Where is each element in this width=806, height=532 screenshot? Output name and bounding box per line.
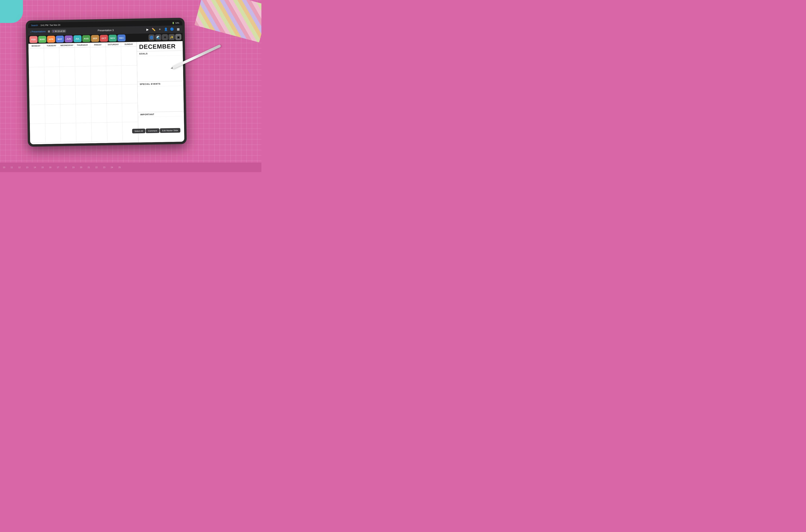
table-row[interactable] [90, 47, 106, 66]
table-row[interactable] [92, 122, 107, 142]
status-left: Search 3:41 PM Tue Nov 24 [31, 24, 60, 26]
media-icon[interactable]: ▦ [176, 27, 181, 31]
table-row[interactable] [75, 66, 91, 85]
table-row[interactable] [60, 104, 76, 124]
table-row[interactable] [44, 48, 60, 67]
battery-level: 53% [176, 22, 179, 24]
tool-icon-3[interactable]: ❄ [162, 34, 168, 40]
table-row[interactable] [45, 104, 61, 124]
slide-counter-value: 15 of 20 [57, 30, 65, 32]
table-row[interactable] [44, 67, 60, 86]
tab-sep[interactable]: SEP [91, 35, 99, 42]
day-thursday: THURSDAY [75, 43, 90, 47]
day-saturday: SATURDAY [106, 42, 121, 47]
duplicate-icon: ⧉ [55, 30, 57, 32]
toolbar-right: ▶ ✏️ + 👤 🔵 ▦ [145, 27, 181, 32]
search-label[interactable]: Search [31, 24, 38, 26]
table-row[interactable] [75, 47, 91, 66]
ipad-device: Search 3:41 PM Tue Nov 24 🔋 53% ‹ Presen… [26, 18, 187, 147]
teal-corner [0, 0, 23, 23]
table-row[interactable] [61, 123, 76, 142]
table-row[interactable] [121, 46, 137, 65]
status-date: Tue Nov 24 [49, 24, 60, 26]
pencil-icon[interactable]: ✏️ [151, 27, 156, 32]
month-tools: 🌀 🌊 ❄ ✨ ▣ [148, 34, 182, 40]
table-row[interactable] [45, 124, 61, 142]
day-tuesday: TUESDAY [44, 43, 59, 48]
special-events-section: SPECIAL EVENTS [138, 81, 184, 112]
tab-aug[interactable]: AUG [82, 35, 91, 42]
tab-mar[interactable]: MAR [38, 36, 47, 43]
play-button[interactable]: ▶ [145, 27, 150, 32]
table-row[interactable] [122, 84, 138, 103]
toolbar-center: Presentation 3 [67, 28, 144, 32]
tool-icon-1[interactable]: 🌀 [148, 34, 155, 41]
slide-counter: Y ⧉ 15 of 20 [52, 30, 66, 33]
ipad-screen: Search 3:41 PM Tue Nov 24 🔋 53% ‹ Presen… [28, 20, 184, 145]
table-row[interactable] [91, 103, 107, 123]
presentations-label: Presentations [32, 30, 46, 33]
table-row[interactable] [106, 47, 121, 66]
emoji-icon[interactable]: 🔵 [170, 27, 174, 31]
table-row[interactable] [122, 65, 137, 84]
person-icon[interactable]: 👤 [164, 27, 168, 32]
ruler-numbers: 10 11 12 13 14 15 16 17 18 19 20 21 22 2… [2, 166, 121, 169]
day-monday: MONDAY [28, 44, 44, 48]
table-row[interactable] [106, 65, 122, 85]
tool-icon-4[interactable]: ✨ [169, 34, 175, 40]
tab-may[interactable]: MAY [56, 36, 64, 43]
battery-icon: 🔋 [172, 22, 174, 24]
chevron-left-icon: ‹ [30, 30, 31, 33]
table-row[interactable] [44, 86, 60, 105]
day-wednesday: WEDNESDAY [59, 43, 75, 48]
table-row[interactable] [91, 85, 107, 104]
tab-jul[interactable]: JUL [73, 35, 82, 42]
tab-oct[interactable]: OCT [100, 35, 108, 42]
table-row[interactable] [60, 85, 76, 104]
day-sunday: SUNDAY [121, 42, 136, 46]
grid-view-icon[interactable]: ⊞ [48, 30, 50, 33]
toolbar-left: ‹ Presentations ⊞ Y ⧉ 15 of 20 [30, 30, 66, 33]
table-row[interactable] [29, 48, 44, 67]
table-row[interactable] [30, 105, 45, 124]
presentation-title: Presentation 3 [97, 29, 114, 32]
calendar-grid [29, 46, 139, 143]
important-section: IMPORTANT [138, 111, 184, 142]
tab-nov[interactable]: NOV [109, 35, 117, 42]
ruler-bottom: 10 11 12 13 14 15 16 17 18 19 20 21 22 2… [0, 163, 261, 172]
tab-jun[interactable]: JUN [65, 35, 73, 42]
table-row[interactable] [29, 67, 44, 86]
context-menu: Select All Comment Edit Master Slide [132, 128, 180, 133]
table-row[interactable] [107, 122, 123, 141]
yahoo-icon: Y [53, 30, 54, 32]
edit-master-slide-button[interactable]: Edit Master Slide [160, 128, 181, 133]
table-row[interactable] [122, 103, 138, 122]
table-row[interactable] [59, 48, 75, 67]
table-row[interactable] [76, 123, 92, 142]
goals-content[interactable] [137, 55, 183, 82]
day-friday: FRIDAY [90, 42, 106, 47]
table-row[interactable] [29, 86, 45, 105]
table-row[interactable] [106, 84, 122, 103]
add-icon[interactable]: + [158, 27, 162, 32]
table-row[interactable] [60, 66, 75, 86]
sidebar: DECEMBER GOALS SPECIAL EVENTS [136, 41, 184, 142]
tab-apr[interactable]: APR [47, 36, 55, 43]
tool-icon-2[interactable]: 🌊 [155, 34, 162, 40]
tab-feb[interactable]: FEB [30, 36, 38, 43]
table-row[interactable] [76, 104, 91, 123]
special-events-content[interactable] [138, 86, 184, 112]
presentations-back-button[interactable]: ‹ Presentations [30, 30, 45, 33]
comment-button[interactable]: Comment [146, 128, 160, 133]
status-right: 🔋 53% [172, 22, 179, 24]
month-title: DECEMBER [136, 41, 183, 51]
table-row[interactable] [107, 103, 123, 122]
tool-icon-5[interactable]: ▣ [175, 34, 182, 40]
status-time: 3:41 PM [40, 24, 49, 26]
table-row[interactable] [91, 66, 106, 85]
table-row[interactable] [30, 124, 45, 143]
table-row[interactable] [75, 85, 91, 104]
tab-dec[interactable]: DEC [117, 34, 126, 41]
calendar-section: MONDAY TUESDAY WEDNESDAY THURSDAY FRIDAY… [28, 42, 139, 145]
select-all-button[interactable]: Select All [132, 129, 145, 133]
